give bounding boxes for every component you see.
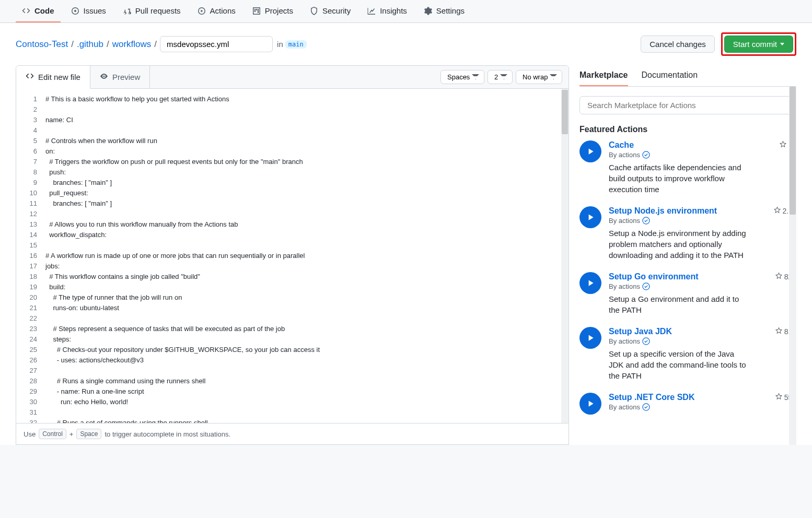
tab-preview[interactable]: Preview [90,66,150,88]
action-title: Setup Go environment [609,272,699,281]
tab-documentation[interactable]: Documentation [642,65,698,86]
start-commit-button[interactable]: Start commit [724,36,793,53]
indent-mode-select[interactable]: Spaces [440,70,484,84]
button-label: Start commit [733,40,777,49]
tab-issues[interactable]: Issues [65,0,112,22]
scrollbar-track[interactable] [561,89,569,423]
in-label: in [277,40,283,49]
tab-label: Preview [112,73,140,81]
breadcrumb-dir2[interactable]: workflows [112,39,152,50]
search-input[interactable] [579,96,796,114]
tab-actions[interactable]: Actions [191,0,242,22]
breadcrumb-sep: / [106,39,110,50]
gear-icon [424,7,432,15]
project-icon [252,7,261,15]
wrap-select[interactable]: No wrap [516,70,562,84]
issue-icon [71,7,79,15]
action-author: By actions [609,337,796,345]
action-description: Cache artifacts like dependencies and bu… [609,162,750,195]
action-description: Setup a Node.js environment by adding pr… [609,228,750,261]
action-card[interactable]: Setup Go environment 828 By actions Setu… [579,272,796,315]
breadcrumb-repo[interactable]: Contoso-Test [16,39,68,50]
tab-label: Settings [436,6,465,15]
tab-insights[interactable]: Insights [361,0,413,22]
tab-label: Insights [380,6,407,15]
breadcrumb-sep: / [70,39,75,50]
tab-label: Security [322,6,351,15]
filename-input[interactable] [160,36,273,52]
verified-icon [642,282,650,290]
scrollbar-track[interactable] [789,87,796,445]
shield-icon [310,7,318,15]
tab-edit-file[interactable]: Edit new file [16,66,90,89]
eye-icon [100,72,108,82]
tab-pulls[interactable]: Pull requests [117,0,187,22]
graph-icon [367,7,376,15]
star-icon [779,140,787,150]
code-icon [22,7,30,15]
svg-point-0 [74,10,76,12]
action-title: Setup Node.js environment [609,206,717,216]
play-icon [579,327,601,349]
star-icon [775,393,783,402]
star-icon [775,272,783,281]
tab-label: Code [34,6,54,15]
tab-marketplace[interactable]: Marketplace [579,65,628,86]
action-card[interactable]: Cache 3k By actions Cache artifacts like… [579,140,796,195]
tab-label: Projects [265,6,293,15]
play-icon [198,7,206,15]
action-description: Set up a specific version of the Java JD… [609,348,750,381]
featured-heading: Featured Actions [579,125,796,134]
verified-icon [642,151,650,159]
branch-chip[interactable]: main [285,40,307,49]
play-icon [579,272,601,294]
action-author: By actions [609,217,796,225]
caret-down-icon [780,43,784,45]
play-icon [579,393,601,415]
tab-label: Actions [210,6,236,15]
highlight-annotation: Start commit [721,32,796,56]
code-editor[interactable]: 1234567891011121314151617181920212223242… [16,89,569,423]
play-icon [579,206,601,228]
breadcrumb-sep: / [153,39,158,50]
tab-security[interactable]: Security [304,0,357,22]
verified-icon [642,337,650,345]
hint-text: Use [24,430,36,438]
action-card[interactable]: Setup Java JDK 819 By actions Set up a s… [579,327,796,381]
cancel-button[interactable]: Cancel changes [641,36,715,53]
indent-size-select[interactable]: 2 [488,70,513,84]
line-numbers: 1234567891011121314151617181920212223242… [16,89,45,423]
verified-icon [642,217,650,225]
action-card[interactable]: Setup Node.js environment 2.2k By action… [579,206,796,261]
verified-icon [642,403,650,411]
tab-settings[interactable]: Settings [417,0,471,22]
scrollbar-thumb[interactable] [562,90,568,134]
action-title: Cache [609,140,634,150]
tab-code[interactable]: Code [16,0,61,22]
scrollbar-thumb[interactable] [790,87,796,215]
play-icon [579,140,601,162]
breadcrumb: Contoso-Test / .github / workflows / in … [16,36,307,52]
code-icon [26,72,34,82]
tab-label: Edit new file [38,73,80,81]
autocomplete-hint: Use Control + Space to trigger autocompl… [16,423,569,445]
hint-text: to trigger autocomplete in most situatio… [105,430,230,438]
marketplace-panel: Marketplace Documentation Featured Actio… [579,65,796,445]
action-author: By actions [609,282,796,290]
star-icon [775,327,783,336]
kbd-space: Space [76,429,101,439]
breadcrumb-dir1[interactable]: .github [77,39,103,50]
editor-panel: Edit new file Preview Spaces 2 No wrap 1… [16,65,569,423]
repo-nav: Code Issues Pull requests Actions Projec… [0,0,812,23]
action-title: Setup Java JDK [609,327,672,336]
action-card[interactable]: Setup .NET Core SDK 559 By actions [579,393,796,415]
action-title: Setup .NET Core SDK [609,393,694,402]
tab-label: Pull requests [135,6,181,15]
action-description: Setup a Go environment and add it to the… [609,293,750,315]
code-content[interactable]: # This is a basic workflow to help you g… [45,89,569,423]
tab-projects[interactable]: Projects [246,0,299,22]
pr-icon [123,7,131,15]
action-author: By actions [609,151,796,159]
tab-label: Issues [84,6,106,15]
hint-text: + [69,430,74,438]
